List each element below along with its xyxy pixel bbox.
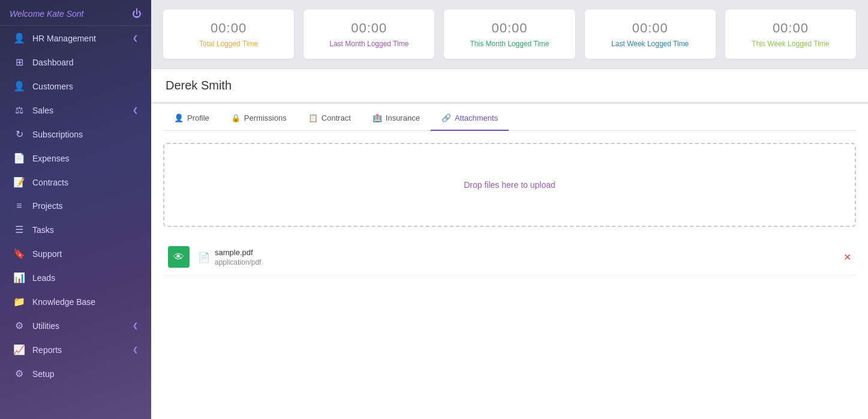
stat-value-this-week: 00:00: [737, 20, 844, 36]
tabs-bar: 👤 Profile 🔒 Permissions 📋 Contract 🏥 Ins…: [163, 104, 856, 131]
sidebar-label-sales: Sales: [32, 106, 53, 115]
dashboard-icon: ⊞: [13, 56, 25, 68]
sidebar-item-subscriptions[interactable]: ↻ Subscriptions: [4, 122, 148, 146]
sidebar-item-tasks[interactable]: ☰ Tasks: [4, 218, 148, 241]
sidebar-item-expenses[interactable]: 📄 Expenses: [4, 146, 148, 170]
subscriptions-icon: ↻: [13, 128, 25, 140]
power-icon[interactable]: ⏻: [132, 8, 142, 19]
sidebar-label-subscriptions: Subscriptions: [32, 130, 83, 139]
sidebar-item-sales[interactable]: ⚖ Sales ❮: [4, 98, 148, 122]
stat-card-last-week: 00:00 Last Week Logged Time: [585, 10, 716, 59]
chevron-icon-reports: ❮: [133, 346, 138, 354]
stat-label-this-month: This Month Logged Time: [456, 40, 563, 48]
tab-label-contract: Contract: [322, 113, 351, 122]
file-delete-button[interactable]: ✕: [843, 252, 851, 263]
sidebar-label-utilities: Utilities: [32, 321, 59, 331]
person-header: Derek Smith: [151, 68, 868, 103]
sidebar-item-knowledge-base[interactable]: 📁 Knowledge Base: [4, 290, 148, 313]
expenses-icon: 📄: [13, 152, 25, 164]
sidebar-label-reports: Reports: [32, 345, 62, 355]
pdf-icon: 📄: [198, 252, 210, 263]
sidebar-item-hr-management[interactable]: 👤 HR Management ❮: [4, 26, 148, 50]
file-drop-zone[interactable]: Drop files here to upload: [163, 143, 856, 227]
stat-label-this-week: This Week Logged Time: [737, 40, 844, 48]
chevron-icon-hr-management: ❮: [133, 34, 138, 42]
sidebar-label-customers: Customers: [32, 82, 73, 91]
stat-card-this-week: 00:00 This Week Logged Time: [725, 10, 856, 59]
sidebar-item-support[interactable]: 🔖 Support: [4, 242, 148, 265]
sidebar-label-hr-management: HR Management: [32, 34, 96, 43]
hr-management-icon: 👤: [13, 32, 25, 44]
file-info: sample.pdf application/pdf: [215, 248, 261, 267]
tab-permissions[interactable]: 🔒 Permissions: [220, 106, 298, 131]
file-type: application/pdf: [215, 258, 261, 267]
stat-value-last-week: 00:00: [597, 20, 704, 36]
projects-icon: ≡: [13, 200, 25, 211]
stat-label-last-week: Last Week Logged Time: [597, 40, 704, 48]
tab-contract[interactable]: 📋 Contract: [298, 106, 362, 131]
sidebar-item-contracts[interactable]: 📝 Contracts: [4, 170, 148, 194]
sidebar: Welcome Kate Sont ⏻ 👤 HR Management ❮ ⊞ …: [0, 0, 151, 419]
tab-icon-insurance: 🏥: [373, 113, 382, 122]
sidebar-item-dashboard[interactable]: ⊞ Dashboard: [4, 50, 148, 74]
file-name: sample.pdf: [215, 248, 261, 257]
welcome-text: Welcome Kate Sont: [10, 9, 83, 19]
sidebar-label-support: Support: [32, 249, 62, 259]
sales-icon: ⚖: [13, 104, 25, 116]
stat-value-total-logged: 00:00: [175, 20, 282, 36]
setup-icon: ⚙: [13, 368, 25, 379]
eye-icon: 👁: [173, 251, 184, 264]
tasks-icon: ☰: [13, 224, 25, 235]
sidebar-label-tasks: Tasks: [32, 225, 54, 235]
sidebar-label-setup: Setup: [32, 369, 55, 379]
stat-card-last-month: 00:00 Last Month Logged Time: [304, 10, 434, 59]
sidebar-header: Welcome Kate Sont ⏻: [0, 0, 151, 26]
tab-icon-attachments: 🔗: [441, 113, 451, 122]
stat-label-total-logged: Total Logged Time: [175, 40, 282, 48]
sidebar-label-expenses: Expenses: [32, 154, 69, 163]
sidebar-label-projects: Projects: [32, 201, 63, 211]
stat-value-last-month: 00:00: [316, 20, 422, 36]
sidebar-label-leads: Leads: [32, 273, 55, 283]
sidebar-item-setup[interactable]: ⚙ Setup: [4, 362, 148, 385]
file-preview-button[interactable]: 👁: [168, 246, 190, 268]
tab-icon-permissions: 🔒: [231, 113, 241, 122]
sidebar-item-customers[interactable]: 👤 Customers: [4, 74, 148, 98]
main-content: 00:00 Total Logged Time 00:00 Last Month…: [151, 0, 868, 419]
reports-icon: 📈: [13, 344, 25, 355]
tab-label-profile: Profile: [187, 113, 209, 122]
tab-profile[interactable]: 👤 Profile: [163, 106, 220, 131]
customers-icon: 👤: [13, 80, 25, 92]
drop-zone-text: Drop files here to upload: [464, 180, 555, 190]
tab-label-permissions: Permissions: [244, 113, 287, 122]
support-icon: 🔖: [13, 248, 25, 259]
knowledge-base-icon: 📁: [13, 296, 25, 307]
leads-icon: 📊: [13, 272, 25, 283]
tab-insurance[interactable]: 🏥 Insurance: [362, 106, 431, 131]
person-name: Derek Smith: [166, 79, 854, 92]
file-item: 👁 📄 sample.pdf application/pdf ✕: [163, 239, 856, 276]
sidebar-item-utilities[interactable]: ⚙ Utilities ❮: [4, 314, 148, 337]
sidebar-label-contracts: Contracts: [32, 178, 68, 187]
sidebar-label-knowledge-base: Knowledge Base: [32, 297, 95, 307]
chevron-icon-utilities: ❮: [133, 322, 138, 330]
tab-label-attachments: Attachments: [455, 113, 498, 122]
content-area: 👤 Profile 🔒 Permissions 📋 Contract 🏥 Ins…: [151, 104, 868, 419]
contracts-icon: 📝: [13, 176, 25, 188]
stats-bar: 00:00 Total Logged Time 00:00 Last Month…: [151, 0, 868, 68]
tab-icon-contract: 📋: [308, 113, 318, 122]
sidebar-item-leads[interactable]: 📊 Leads: [4, 266, 148, 289]
sidebar-item-projects[interactable]: ≡ Projects: [4, 194, 148, 217]
stat-value-this-month: 00:00: [456, 20, 563, 36]
stat-card-this-month: 00:00 This Month Logged Time: [444, 10, 575, 59]
tab-icon-profile: 👤: [174, 113, 184, 122]
tab-label-insurance: Insurance: [386, 113, 420, 122]
sidebar-item-reports[interactable]: 📈 Reports ❮: [4, 338, 148, 361]
sidebar-label-dashboard: Dashboard: [32, 58, 74, 67]
stat-card-total-logged: 00:00 Total Logged Time: [163, 10, 294, 59]
stat-label-last-month: Last Month Logged Time: [316, 40, 422, 48]
chevron-icon-sales: ❮: [133, 106, 138, 114]
utilities-icon: ⚙: [13, 320, 25, 331]
tab-attachments[interactable]: 🔗 Attachments: [431, 106, 509, 131]
